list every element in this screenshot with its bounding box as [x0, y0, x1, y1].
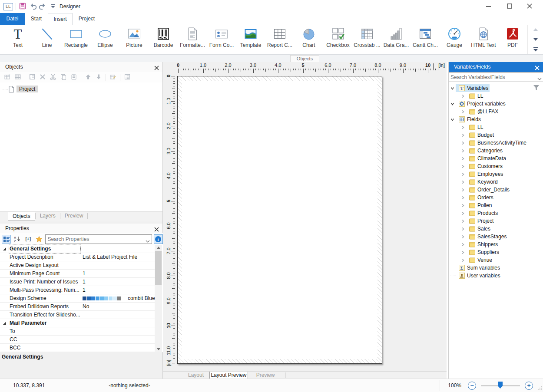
app-logo-icon[interactable]: LL — [3, 3, 13, 10]
chevron-right-icon[interactable] — [461, 219, 466, 223]
variables-tree-item-venue[interactable]: Venue — [461, 256, 493, 264]
info-button[interactable]: i — [154, 234, 163, 244]
chevron-down-icon[interactable] — [537, 76, 542, 82]
view-tab-preview[interactable]: Preview — [248, 372, 283, 379]
delete-button[interactable] — [38, 73, 47, 82]
view-tab-layout[interactable]: Layout — [182, 372, 209, 379]
move-up-button[interactable] — [83, 73, 93, 82]
variables-tree-item-sales[interactable]: Sales — [461, 225, 492, 233]
scroll-up-arrow[interactable] — [155, 245, 162, 250]
properties-search-input[interactable] — [46, 235, 142, 244]
variables-tree-item-categories[interactable]: Categories — [461, 147, 504, 155]
property-row-minimum-page-count[interactable]: Minimum Page Count1 — [0, 270, 155, 278]
variables-tree-item-employees[interactable]: Employees — [461, 170, 504, 178]
variables-tree-item-products[interactable]: Products — [461, 209, 499, 217]
ribbon-tab-project[interactable]: Project — [73, 13, 101, 25]
scrollbar-thumb[interactable] — [155, 251, 162, 285]
ribbon-item-gauge[interactable]: Gauge — [440, 26, 469, 53]
variables-tree-item-project[interactable]: Project — [461, 217, 495, 225]
variables-tree-item-keyword[interactable]: Keyword — [461, 178, 499, 186]
variables-tree-item-orders[interactable]: Orders — [461, 194, 495, 201]
properties-scrollbar[interactable] — [155, 245, 162, 352]
property-row-bcc[interactable]: BCC — [0, 344, 155, 352]
chevron-right-icon[interactable] — [461, 204, 466, 208]
favorites-button[interactable] — [34, 235, 43, 244]
property-row-design-scheme[interactable]: Design Schemecombit Blue — [0, 294, 155, 303]
chevron-down-icon[interactable] — [450, 118, 456, 122]
ribbon-scroll-up-button[interactable] — [528, 25, 543, 35]
ribbon-item-html-text[interactable]: HTML Text — [469, 26, 498, 53]
move-down-button[interactable] — [94, 73, 103, 82]
properties-button[interactable] — [27, 73, 37, 82]
chevron-right-icon[interactable] — [461, 149, 466, 153]
variables-tree-item-variables[interactable]: T Variables — [450, 84, 490, 92]
property-row-multi-pass-processing-num-[interactable]: Multi-Pass Processing: Num...1 — [0, 286, 155, 294]
ribbon-item-form-control[interactable]: Form Co... — [207, 26, 236, 53]
ribbon-tab-datei[interactable]: Datei — [0, 13, 25, 25]
property-row-to[interactable]: To — [0, 327, 155, 336]
property-value[interactable]: 1 — [83, 278, 86, 286]
cut-button[interactable] — [48, 73, 58, 82]
ribbon-item-rectangle[interactable]: Rectangle — [62, 26, 90, 53]
chevron-right-icon[interactable] — [461, 211, 466, 215]
maximize-button[interactable] — [502, 0, 517, 12]
ribbon-item-ellipse[interactable]: Ellipse — [91, 26, 119, 53]
ribbon-item-report-container[interactable]: Report C... — [265, 26, 294, 53]
ribbon-item-checkbox[interactable]: Checkbox — [324, 26, 352, 53]
scroll-down-arrow[interactable] — [155, 346, 162, 352]
ribbon-item-crosstab[interactable]: Crosstab ... — [353, 26, 381, 53]
property-value[interactable]: 1 — [83, 270, 86, 278]
chevron-right-icon[interactable] — [461, 141, 466, 145]
objects-tree-item-project[interactable]: Project — [0, 85, 162, 93]
resize-grip[interactable] — [537, 386, 542, 391]
design-page[interactable] — [177, 76, 382, 364]
ribbon-item-formatted-text[interactable]: Formatte... — [178, 26, 207, 53]
qat-undo-button[interactable] — [29, 3, 37, 10]
group-expander-icon[interactable] — [3, 322, 6, 325]
qat-qat-dropdown-button[interactable] — [49, 3, 57, 10]
sort-alphabetical-button[interactable]: A Z — [13, 235, 22, 244]
property-group-general-settings[interactable]: General Settings — [0, 245, 155, 253]
edit-table-button[interactable] — [108, 73, 118, 82]
filter-button[interactable] — [533, 85, 540, 92]
chevron-right-icon[interactable] — [461, 250, 466, 254]
chevron-down-icon[interactable] — [450, 102, 456, 106]
qat-redo-button[interactable] — [38, 3, 47, 10]
chevron-right-icon[interactable] — [461, 227, 466, 231]
variables-search-input[interactable] — [449, 72, 535, 82]
chevron-down-icon[interactable] — [146, 238, 150, 244]
zoom-out-button[interactable]: − — [468, 382, 476, 390]
property-value[interactable]: combit Blue — [83, 294, 155, 303]
table-append-button[interactable] — [13, 73, 23, 82]
variables-tree-item-sum-variables[interactable]: Σ Sum variables — [450, 264, 501, 272]
chevron-right-icon[interactable] — [461, 196, 466, 200]
variables-tree-item-order_details[interactable]: Order_Details — [461, 186, 511, 194]
variables-tree-item-businessactivitytime[interactable]: BusinessActivityTime — [461, 139, 528, 147]
variables-tree-item-customers[interactable]: Customers — [461, 162, 504, 170]
variables-tree-item-ll[interactable]: LL — [461, 123, 484, 131]
ribbon-item-line[interactable]: Line — [33, 26, 61, 53]
ribbon-item-text[interactable]: T Text — [3, 26, 32, 53]
chevron-right-icon[interactable] — [461, 157, 466, 161]
ribbon-item-picture[interactable]: Picture — [120, 26, 149, 53]
property-value[interactable]: List & Label Project File — [83, 253, 137, 261]
chevron-right-icon[interactable] — [461, 258, 466, 262]
ribbon-item-chart[interactable]: Chart — [295, 26, 323, 53]
ribbon-expand-button[interactable] — [528, 45, 543, 54]
variables-tree-item-@llfax[interactable]: @LLFAX — [461, 108, 500, 115]
view-tab-layout-preview[interactable]: Layout Preview — [209, 372, 248, 379]
copy-button[interactable] — [59, 73, 68, 82]
paste-button[interactable] — [69, 73, 79, 82]
qat-save-button[interactable] — [18, 3, 27, 10]
panel-tab-objects[interactable]: Objects — [8, 212, 35, 221]
ribbon-scroll-down-button[interactable] — [528, 35, 543, 45]
expand-all-button[interactable]: [+] — [23, 235, 33, 244]
minimize-button[interactable] — [481, 0, 496, 12]
ribbon-tab-start[interactable]: Start — [25, 13, 48, 25]
ribbon-item-template[interactable]: Template — [236, 26, 265, 53]
property-row-cc[interactable]: CC — [0, 336, 155, 344]
variables-tree-item-suppliers[interactable]: Suppliers — [461, 248, 500, 256]
group-expander-icon[interactable] — [3, 247, 6, 250]
variables-tree-item-budget[interactable]: Budget — [461, 131, 495, 139]
variables-tree-item-shippers[interactable]: Shippers — [461, 240, 499, 248]
